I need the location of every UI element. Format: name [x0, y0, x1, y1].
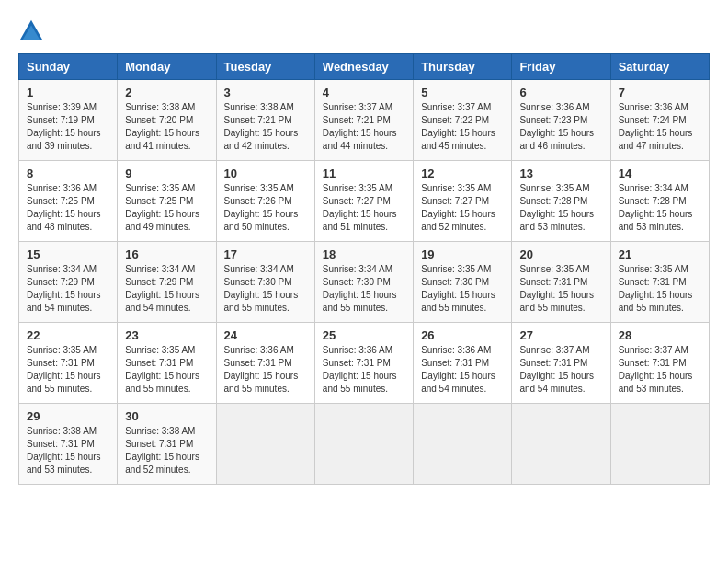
day-cell: 23Sunrise: 3:35 AM Sunset: 7:31 PM Dayli… — [118, 323, 216, 404]
day-number: 21 — [619, 247, 701, 261]
day-cell: 8Sunrise: 3:36 AM Sunset: 7:25 PM Daylig… — [19, 161, 118, 242]
day-number: 3 — [224, 86, 307, 99]
day-number: 10 — [224, 167, 307, 180]
day-number: 11 — [323, 167, 405, 180]
day-cell — [610, 404, 709, 485]
day-cell: 2Sunrise: 3:38 AM Sunset: 7:20 PM Daylig… — [118, 80, 216, 161]
day-cell: 4Sunrise: 3:37 AM Sunset: 7:21 PM Daylig… — [314, 80, 413, 161]
day-number: 15 — [27, 247, 109, 261]
day-cell: 19Sunrise: 3:35 AM Sunset: 7:30 PM Dayli… — [414, 242, 512, 323]
day-number: 29 — [27, 409, 109, 423]
day-info: Sunrise: 3:38 AM Sunset: 7:31 PM Dayligh… — [27, 425, 109, 477]
day-info: Sunrise: 3:36 AM Sunset: 7:25 PM Dayligh… — [27, 182, 109, 234]
day-number: 28 — [619, 328, 701, 342]
weekday-header-monday: Monday — [118, 54, 216, 80]
weekday-header-wednesday: Wednesday — [314, 54, 413, 80]
day-cell: 1Sunrise: 3:39 AM Sunset: 7:19 PM Daylig… — [19, 80, 118, 161]
day-number: 25 — [323, 328, 405, 342]
day-cell: 15Sunrise: 3:34 AM Sunset: 7:29 PM Dayli… — [19, 242, 118, 323]
day-number: 13 — [519, 167, 602, 180]
day-info: Sunrise: 3:37 AM Sunset: 7:21 PM Dayligh… — [323, 101, 405, 153]
day-info: Sunrise: 3:35 AM Sunset: 7:31 PM Dayligh… — [519, 263, 602, 315]
weekday-header-friday: Friday — [512, 54, 610, 80]
day-number: 30 — [125, 409, 208, 423]
day-number: 23 — [125, 328, 208, 342]
day-info: Sunrise: 3:39 AM Sunset: 7:19 PM Dayligh… — [27, 101, 109, 153]
day-info: Sunrise: 3:34 AM Sunset: 7:29 PM Dayligh… — [125, 263, 208, 315]
logo — [18, 18, 48, 44]
day-info: Sunrise: 3:34 AM Sunset: 7:29 PM Dayligh… — [27, 263, 109, 315]
day-cell: 12Sunrise: 3:35 AM Sunset: 7:27 PM Dayli… — [414, 161, 512, 242]
day-number: 9 — [125, 167, 208, 180]
day-info: Sunrise: 3:35 AM Sunset: 7:27 PM Dayligh… — [323, 182, 405, 234]
day-info: Sunrise: 3:36 AM Sunset: 7:31 PM Dayligh… — [224, 344, 307, 396]
day-cell — [216, 404, 314, 485]
weekday-header-sunday: Sunday — [19, 54, 118, 80]
week-row-1: 1Sunrise: 3:39 AM Sunset: 7:19 PM Daylig… — [19, 80, 710, 161]
day-cell: 29Sunrise: 3:38 AM Sunset: 7:31 PM Dayli… — [19, 404, 118, 485]
day-number: 16 — [125, 247, 208, 261]
day-cell: 30Sunrise: 3:38 AM Sunset: 7:31 PM Dayli… — [118, 404, 216, 485]
day-info: Sunrise: 3:37 AM Sunset: 7:31 PM Dayligh… — [519, 344, 602, 396]
day-number: 26 — [421, 328, 504, 342]
weekday-header-tuesday: Tuesday — [216, 54, 314, 80]
day-number: 18 — [323, 247, 405, 261]
day-info: Sunrise: 3:36 AM Sunset: 7:31 PM Dayligh… — [323, 344, 405, 396]
day-cell — [314, 404, 413, 485]
weekday-header-thursday: Thursday — [414, 54, 512, 80]
day-info: Sunrise: 3:38 AM Sunset: 7:21 PM Dayligh… — [224, 101, 307, 153]
day-info: Sunrise: 3:38 AM Sunset: 7:20 PM Dayligh… — [125, 101, 208, 153]
day-info: Sunrise: 3:35 AM Sunset: 7:31 PM Dayligh… — [27, 344, 109, 396]
day-cell: 9Sunrise: 3:35 AM Sunset: 7:25 PM Daylig… — [118, 161, 216, 242]
day-cell: 20Sunrise: 3:35 AM Sunset: 7:31 PM Dayli… — [512, 242, 610, 323]
day-info: Sunrise: 3:36 AM Sunset: 7:23 PM Dayligh… — [519, 101, 602, 153]
day-cell: 25Sunrise: 3:36 AM Sunset: 7:31 PM Dayli… — [314, 323, 413, 404]
day-number: 27 — [519, 328, 602, 342]
day-cell: 24Sunrise: 3:36 AM Sunset: 7:31 PM Dayli… — [216, 323, 314, 404]
day-info: Sunrise: 3:37 AM Sunset: 7:22 PM Dayligh… — [421, 101, 504, 153]
header — [18, 18, 710, 44]
day-cell: 18Sunrise: 3:34 AM Sunset: 7:30 PM Dayli… — [314, 242, 413, 323]
day-cell — [512, 404, 610, 485]
day-info: Sunrise: 3:35 AM Sunset: 7:30 PM Dayligh… — [421, 263, 504, 315]
day-number: 6 — [519, 86, 602, 99]
day-cell: 6Sunrise: 3:36 AM Sunset: 7:23 PM Daylig… — [512, 80, 610, 161]
day-number: 14 — [619, 167, 701, 180]
day-number: 1 — [27, 86, 109, 99]
day-number: 17 — [224, 247, 307, 261]
day-number: 4 — [323, 86, 405, 99]
day-cell: 26Sunrise: 3:36 AM Sunset: 7:31 PM Dayli… — [414, 323, 512, 404]
week-row-4: 22Sunrise: 3:35 AM Sunset: 7:31 PM Dayli… — [19, 323, 710, 404]
day-info: Sunrise: 3:35 AM Sunset: 7:25 PM Dayligh… — [125, 182, 208, 234]
day-info: Sunrise: 3:36 AM Sunset: 7:24 PM Dayligh… — [619, 101, 701, 153]
day-cell: 16Sunrise: 3:34 AM Sunset: 7:29 PM Dayli… — [118, 242, 216, 323]
day-cell: 11Sunrise: 3:35 AM Sunset: 7:27 PM Dayli… — [314, 161, 413, 242]
weekday-header-row: SundayMondayTuesdayWednesdayThursdayFrid… — [19, 54, 710, 80]
day-info: Sunrise: 3:37 AM Sunset: 7:31 PM Dayligh… — [619, 344, 701, 396]
day-info: Sunrise: 3:35 AM Sunset: 7:31 PM Dayligh… — [619, 263, 701, 315]
day-cell: 22Sunrise: 3:35 AM Sunset: 7:31 PM Dayli… — [19, 323, 118, 404]
day-cell: 13Sunrise: 3:35 AM Sunset: 7:28 PM Dayli… — [512, 161, 610, 242]
day-cell: 14Sunrise: 3:34 AM Sunset: 7:28 PM Dayli… — [610, 161, 709, 242]
week-row-2: 8Sunrise: 3:36 AM Sunset: 7:25 PM Daylig… — [19, 161, 710, 242]
day-info: Sunrise: 3:34 AM Sunset: 7:28 PM Dayligh… — [619, 182, 701, 234]
day-info: Sunrise: 3:38 AM Sunset: 7:31 PM Dayligh… — [125, 425, 208, 477]
day-number: 7 — [619, 86, 701, 99]
day-cell: 10Sunrise: 3:35 AM Sunset: 7:26 PM Dayli… — [216, 161, 314, 242]
day-cell: 7Sunrise: 3:36 AM Sunset: 7:24 PM Daylig… — [610, 80, 709, 161]
day-number: 19 — [421, 247, 504, 261]
day-number: 8 — [27, 167, 109, 180]
day-info: Sunrise: 3:34 AM Sunset: 7:30 PM Dayligh… — [224, 263, 307, 315]
week-row-3: 15Sunrise: 3:34 AM Sunset: 7:29 PM Dayli… — [19, 242, 710, 323]
day-cell: 3Sunrise: 3:38 AM Sunset: 7:21 PM Daylig… — [216, 80, 314, 161]
day-info: Sunrise: 3:35 AM Sunset: 7:27 PM Dayligh… — [421, 182, 504, 234]
calendar-table: SundayMondayTuesdayWednesdayThursdayFrid… — [18, 53, 710, 485]
day-cell: 28Sunrise: 3:37 AM Sunset: 7:31 PM Dayli… — [610, 323, 709, 404]
day-number: 2 — [125, 86, 208, 99]
day-number: 24 — [224, 328, 307, 342]
day-cell: 5Sunrise: 3:37 AM Sunset: 7:22 PM Daylig… — [414, 80, 512, 161]
logo-icon — [18, 18, 44, 44]
day-info: Sunrise: 3:35 AM Sunset: 7:28 PM Dayligh… — [519, 182, 602, 234]
day-cell — [414, 404, 512, 485]
day-info: Sunrise: 3:35 AM Sunset: 7:31 PM Dayligh… — [125, 344, 208, 396]
